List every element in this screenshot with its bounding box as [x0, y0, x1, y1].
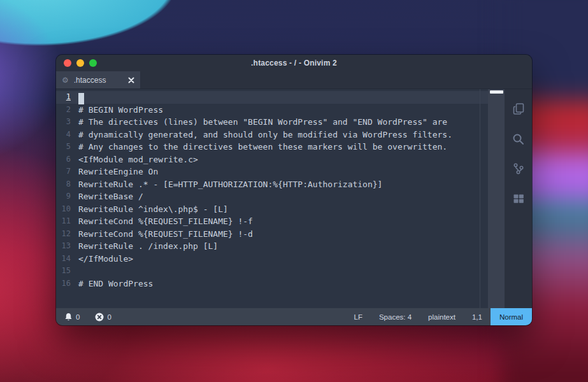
- cursor-position-indicator[interactable]: 1,1: [464, 313, 491, 321]
- window-title: .htaccess - / - Onivim 2: [56, 59, 532, 67]
- code-line[interactable]: 7RewriteEngine On: [56, 166, 488, 178]
- desktop-wallpaper: .htaccess - / - Onivim 2 ⚙︎ .htaccess 12…: [0, 0, 588, 382]
- main-area: 12# BEGIN WordPress3# The directives (li…: [56, 89, 532, 308]
- code-line[interactable]: 5# Any changes to the directives between…: [56, 141, 488, 153]
- code-text[interactable]: # Any changes to the directives between …: [75, 141, 447, 153]
- code-text[interactable]: # BEGIN WordPress: [75, 104, 163, 117]
- line-number: 12: [56, 228, 75, 241]
- minimap[interactable]: [488, 89, 505, 308]
- code-line[interactable]: 4# dynamically generated, and should onl…: [56, 129, 488, 141]
- code-line[interactable]: 15: [56, 265, 488, 278]
- line-ending-indicator[interactable]: LF: [346, 313, 371, 321]
- code-line[interactable]: 13RewriteRule . /index.php [L]: [56, 240, 488, 253]
- tab-label: .htaccess: [74, 76, 123, 85]
- titlebar[interactable]: .htaccess - / - Onivim 2: [56, 55, 532, 71]
- code-text[interactable]: RewriteRule .* - [E=HTTP_AUTHORIZATION:%…: [75, 178, 382, 191]
- code-line[interactable]: 16# END WordPress: [56, 278, 488, 290]
- code-line[interactable]: 14</IfModule>: [56, 253, 488, 265]
- code-text[interactable]: RewriteCond %{REQUEST_FILENAME} !-d: [75, 228, 253, 241]
- code-text[interactable]: </IfModule>: [75, 253, 133, 265]
- line-number: 9: [56, 190, 75, 203]
- code-text[interactable]: RewriteRule . /index.php [L]: [75, 240, 218, 253]
- search-icon[interactable]: [512, 132, 526, 146]
- line-number: 16: [56, 278, 75, 290]
- code-text[interactable]: <IfModule mod_rewrite.c>: [75, 153, 198, 166]
- onivim-window: .htaccess - / - Onivim 2 ⚙︎ .htaccess 12…: [56, 55, 532, 325]
- language-indicator[interactable]: plaintext: [420, 313, 464, 321]
- code-text[interactable]: RewriteRule ^index\.php$ - [L]: [75, 203, 228, 216]
- notifications-status[interactable]: 0: [64, 313, 80, 322]
- code-text[interactable]: # END WordPress: [75, 278, 153, 290]
- activity-bar: [505, 89, 532, 308]
- line-number: 13: [56, 240, 75, 253]
- code-line[interactable]: 11RewriteCond %{REQUEST_FILENAME} !-f: [56, 215, 488, 228]
- code-line[interactable]: 1: [56, 91, 488, 104]
- line-number: 10: [56, 203, 75, 216]
- code-text[interactable]: # The directives (lines) between "BEGIN …: [75, 116, 447, 129]
- indentation-indicator[interactable]: Spaces: 4: [371, 313, 420, 321]
- line-number: 8: [56, 178, 75, 191]
- code-text[interactable]: RewriteBase /: [75, 190, 143, 203]
- line-number: 5: [56, 141, 75, 153]
- notifications-count: 0: [76, 313, 80, 321]
- line-number: 3: [56, 116, 75, 129]
- tab-bar: ⚙︎ .htaccess: [56, 71, 532, 89]
- code-line[interactable]: 12RewriteCond %{REQUEST_FILENAME} !-d: [56, 228, 488, 241]
- editor-ruler: [480, 89, 480, 308]
- code-line[interactable]: 6<IfModule mod_rewrite.c>: [56, 153, 488, 166]
- code-lines: 12# BEGIN WordPress3# The directives (li…: [56, 91, 488, 290]
- line-number: 14: [56, 253, 75, 265]
- line-number: 15: [56, 265, 75, 278]
- errors-count: 0: [107, 313, 111, 321]
- status-bar: 0 0 LF Spaces: 4 plaintext 1,1 Normal: [56, 308, 532, 325]
- line-number: 4: [56, 129, 75, 141]
- line-number: 2: [56, 104, 75, 117]
- vim-mode-badge[interactable]: Normal: [491, 308, 532, 325]
- line-number: 7: [56, 166, 75, 178]
- line-number: 11: [56, 215, 75, 228]
- extensions-icon[interactable]: [512, 192, 526, 206]
- gear-icon: ⚙︎: [62, 76, 69, 84]
- errors-status[interactable]: 0: [95, 313, 111, 322]
- code-line[interactable]: 10RewriteRule ^index\.php$ - [L]: [56, 203, 488, 216]
- error-circle-icon: [95, 313, 104, 322]
- code-text[interactable]: RewriteEngine On: [75, 166, 158, 178]
- line-number: 6: [56, 153, 75, 166]
- line-number: 1: [56, 91, 75, 104]
- files-icon[interactable]: [512, 102, 526, 116]
- cursor: [78, 93, 84, 104]
- code-line[interactable]: 9RewriteBase /: [56, 190, 488, 203]
- code-text[interactable]: [75, 91, 78, 104]
- bell-icon: [64, 313, 73, 322]
- code-text[interactable]: # dynamically generated, and should only…: [75, 129, 452, 141]
- code-line[interactable]: 8RewriteRule .* - [E=HTTP_AUTHORIZATION:…: [56, 178, 488, 191]
- code-line[interactable]: 2# BEGIN WordPress: [56, 104, 488, 117]
- code-line[interactable]: 3# The directives (lines) between "BEGIN…: [56, 116, 488, 129]
- source-control-icon[interactable]: [512, 162, 526, 176]
- tab-htaccess[interactable]: ⚙︎ .htaccess: [56, 71, 140, 88]
- code-text[interactable]: [75, 265, 78, 278]
- code-text[interactable]: RewriteCond %{REQUEST_FILENAME} !-f: [75, 215, 253, 228]
- scrollbar-thumb[interactable]: [490, 90, 503, 94]
- editor[interactable]: 12# BEGIN WordPress3# The directives (li…: [56, 89, 488, 308]
- close-icon[interactable]: [128, 77, 134, 83]
